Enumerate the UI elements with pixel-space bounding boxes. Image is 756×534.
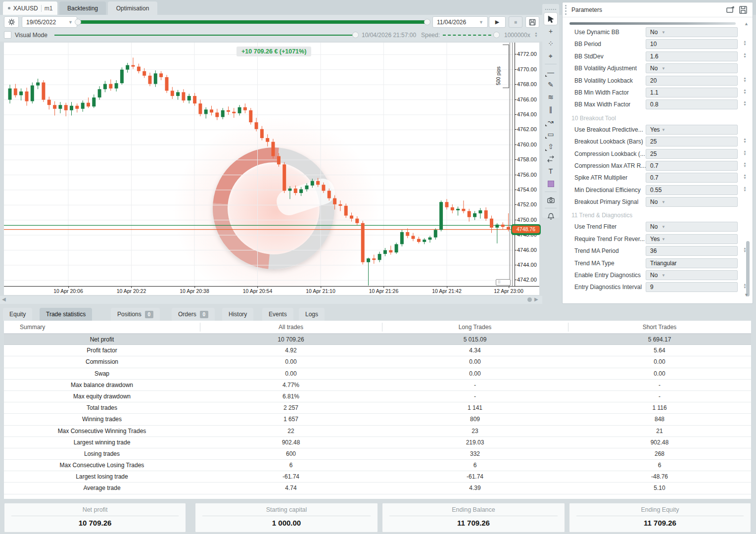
parameter-number-input[interactable]: 20 [646,76,738,86]
parameter-number-input[interactable]: 36 [646,246,738,256]
speed-stepper[interactable]: ▲▼ [534,32,538,38]
play-button[interactable]: ▶ [489,16,506,28]
parameter-dropdown[interactable]: No [646,222,738,232]
stop-button[interactable]: ■ [509,16,522,28]
column-header[interactable]: Short Trades [568,324,751,331]
horizontal-scroll-thumb[interactable] [569,22,736,25]
column-header[interactable]: All trades [200,324,382,331]
trendline-tool-icon[interactable]: — [544,66,557,78]
table-row[interactable]: Max balance drawdown4.77%-- [4,380,751,391]
tab-events[interactable]: Events [262,308,293,321]
table-row[interactable]: Winning trades1 657809848 [4,414,751,425]
tab-logs[interactable]: Logs [299,308,325,321]
visual-mode-checkbox[interactable] [4,31,11,39]
parameter-dropdown[interactable]: No [646,63,738,73]
number-stepper[interactable]: ▲▼ [743,77,747,83]
table-row[interactable]: Largest losing trade-61.74-61.74-48.76 [4,471,751,483]
parameter-dropdown[interactable]: No [646,27,738,37]
tab-trade-statistics[interactable]: Trade statistics [40,308,92,321]
parameter-number-input[interactable]: 0.55 [646,185,738,195]
tab-instrument-xauusd[interactable]: XAUUSD m1 [3,1,57,15]
number-stepper[interactable]: ▲▼ [743,150,747,156]
tab-equity[interactable]: Equity [3,308,32,321]
camera-icon[interactable] [544,194,557,206]
number-stepper[interactable]: ▲▼ [743,162,747,168]
end-date-picker[interactable]: 11/04/2026 ▼ [432,16,488,28]
crosshair-dotted-icon[interactable]: ⁘ [544,38,557,49]
measure-drag-handle[interactable] [496,279,511,286]
scroll-right-arrow-icon[interactable]: ▶ [534,296,538,302]
backtest-progress-bar[interactable] [78,20,427,24]
column-header[interactable]: Summary [20,324,45,331]
number-stepper[interactable]: ▲▼ [743,186,747,192]
scroll-up-arrow-icon[interactable]: ▲ [744,21,749,26]
parameter-dropdown[interactable]: Yes [646,234,738,244]
save-backtest-button[interactable] [525,16,539,28]
parameter-dropdown[interactable]: No [646,197,738,207]
parameter-number-input[interactable]: 1.1 [646,88,738,97]
arrow-shape-icon[interactable]: ⇧ [544,141,557,152]
progress-start-knob[interactable] [75,19,81,25]
chart-scrollbar[interactable]: ◀ ▶ [0,296,542,304]
speed-slider[interactable] [443,35,496,36]
parameter-number-input[interactable]: 0.7 [646,161,738,171]
parameter-dropdown[interactable]: Yes [646,125,738,135]
candlestick-chart[interactable]: +10 709.26 € (+1071%) 500 pips [4,43,515,286]
column-header[interactable]: Long Trades [382,324,568,331]
annotation-tool-icon[interactable] [544,153,557,165]
timeline-slider[interactable] [54,35,355,36]
text-tool-icon[interactable]: T [544,165,557,177]
table-row[interactable]: Commission0.000.000.00 [4,356,751,368]
measure-tool-line[interactable] [510,43,510,286]
toolbar-drag-grip[interactable] [545,9,556,11]
wave-arrow-icon[interactable]: ↝ [544,116,557,128]
speed-slider-knob[interactable] [493,32,500,38]
settings-button[interactable] [4,16,19,28]
number-stepper[interactable]: ▲▼ [743,40,747,46]
parameter-number-input[interactable]: 25 [646,149,738,159]
scroll-down-arrow-icon[interactable]: ▼ [744,292,749,297]
color-swatch-icon[interactable] [544,178,557,190]
popout-window-icon[interactable] [726,5,735,14]
table-row[interactable]: Average trade4.744.395.10 [4,483,751,494]
parallel-channel-icon[interactable]: ∥ [544,103,557,115]
tab-backtesting[interactable]: Backtesting [59,1,106,15]
measure-tool-line[interactable] [512,43,513,286]
parameter-dropdown[interactable]: No [646,270,738,280]
cursor-icon[interactable] [544,13,557,25]
parameter-number-input[interactable]: 9 [646,282,738,292]
table-row[interactable]: Largest winning trade902.48219.03902.48 [4,437,751,448]
parameter-dropdown[interactable]: Triangular [646,258,738,268]
rectangle-tool-icon[interactable]: ▭ [544,128,557,140]
table-row[interactable]: Net profit10 709.265 015.095 694.17 [4,334,751,345]
table-row[interactable]: Max Consecutive Losing Trades666 [4,460,751,471]
number-stepper[interactable]: ▲▼ [743,52,747,58]
table-row[interactable]: Profit factor4.924.345.64 [4,345,751,356]
parameter-number-input[interactable]: 0.8 [646,99,738,109]
tab-history[interactable]: History [222,308,253,321]
tab-orders[interactable]: Orders0 [172,308,215,321]
table-row[interactable]: Max equity drawdown6.81%-- [4,391,751,402]
parameter-number-input[interactable]: 25 [646,137,738,146]
crosshair-icon[interactable]: + [544,25,557,37]
freehand-draw-icon[interactable]: ✎ [544,79,557,91]
fibonacci-tool-icon[interactable]: ≋ [544,91,557,103]
alerts-bell-icon[interactable] [544,210,557,222]
number-stepper[interactable]: ▲▼ [743,174,747,180]
scroll-left-arrow-icon[interactable]: ◀ [2,296,6,302]
table-row[interactable]: Total trades2 2571 1411 116 [4,402,751,414]
number-stepper[interactable]: ▲▼ [743,138,747,144]
time-axis[interactable]: 10 Apr 20:0610 Apr 20:2210 Apr 20:3810 A… [4,286,539,295]
parameter-number-input[interactable]: 1.6 [646,51,738,61]
vertical-scroll-thumb[interactable] [746,241,750,296]
tab-positions[interactable]: Positions0 [111,308,160,321]
start-date-picker[interactable]: 19/05/2022 ▼ [22,16,77,28]
timeline-slider-knob[interactable] [352,32,359,38]
panel-drag-grip[interactable] [565,5,567,15]
parameter-number-input[interactable]: 0.7 [646,173,738,183]
save-parameters-icon[interactable] [739,5,748,14]
number-stepper[interactable]: ▲▼ [743,89,747,95]
progress-end-knob[interactable] [424,19,430,25]
table-row[interactable]: Swap0.000.000.00 [4,368,751,380]
table-row[interactable]: Max Consecutive Winning Trades222321 [4,426,751,437]
